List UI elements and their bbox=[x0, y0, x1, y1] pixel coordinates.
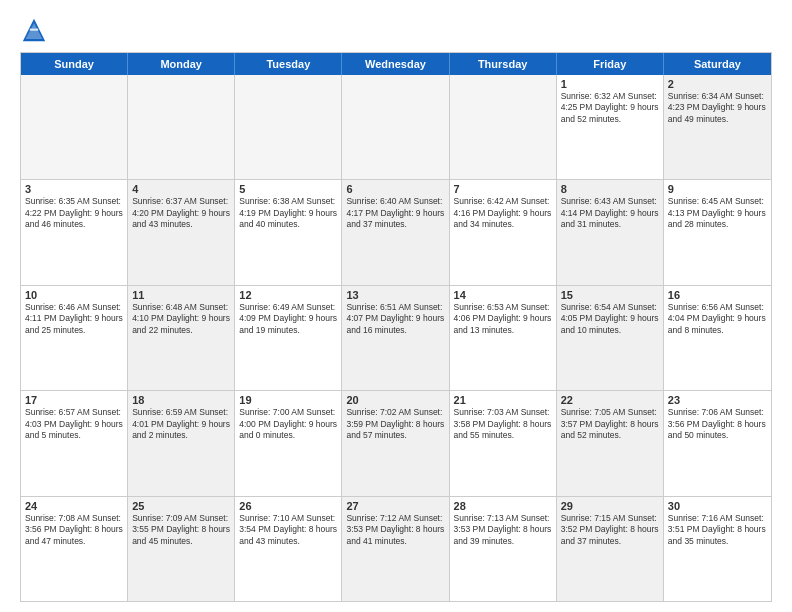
day-info: Sunrise: 7:09 AM Sunset: 3:55 PM Dayligh… bbox=[132, 513, 230, 547]
day-number: 18 bbox=[132, 394, 230, 406]
calendar-header: SundayMondayTuesdayWednesdayThursdayFrid… bbox=[21, 53, 771, 75]
day-cell-17: 17Sunrise: 6:57 AM Sunset: 4:03 PM Dayli… bbox=[21, 391, 128, 495]
day-info: Sunrise: 6:37 AM Sunset: 4:20 PM Dayligh… bbox=[132, 196, 230, 230]
day-info: Sunrise: 6:49 AM Sunset: 4:09 PM Dayligh… bbox=[239, 302, 337, 336]
day-number: 27 bbox=[346, 500, 444, 512]
day-number: 28 bbox=[454, 500, 552, 512]
day-info: Sunrise: 6:54 AM Sunset: 4:05 PM Dayligh… bbox=[561, 302, 659, 336]
day-number: 4 bbox=[132, 183, 230, 195]
day-info: Sunrise: 6:56 AM Sunset: 4:04 PM Dayligh… bbox=[668, 302, 767, 336]
calendar-row-3: 17Sunrise: 6:57 AM Sunset: 4:03 PM Dayli… bbox=[21, 391, 771, 496]
day-number: 21 bbox=[454, 394, 552, 406]
day-number: 10 bbox=[25, 289, 123, 301]
day-info: Sunrise: 6:32 AM Sunset: 4:25 PM Dayligh… bbox=[561, 91, 659, 125]
day-cell-18: 18Sunrise: 6:59 AM Sunset: 4:01 PM Dayli… bbox=[128, 391, 235, 495]
day-info: Sunrise: 7:05 AM Sunset: 3:57 PM Dayligh… bbox=[561, 407, 659, 441]
day-cell-26: 26Sunrise: 7:10 AM Sunset: 3:54 PM Dayli… bbox=[235, 497, 342, 601]
day-info: Sunrise: 7:12 AM Sunset: 3:53 PM Dayligh… bbox=[346, 513, 444, 547]
day-cell-28: 28Sunrise: 7:13 AM Sunset: 3:53 PM Dayli… bbox=[450, 497, 557, 601]
calendar-row-1: 3Sunrise: 6:35 AM Sunset: 4:22 PM Daylig… bbox=[21, 180, 771, 285]
day-number: 25 bbox=[132, 500, 230, 512]
calendar-row-4: 24Sunrise: 7:08 AM Sunset: 3:56 PM Dayli… bbox=[21, 497, 771, 601]
day-cell-29: 29Sunrise: 7:15 AM Sunset: 3:52 PM Dayli… bbox=[557, 497, 664, 601]
day-number: 23 bbox=[668, 394, 767, 406]
day-number: 14 bbox=[454, 289, 552, 301]
weekday-header-monday: Monday bbox=[128, 53, 235, 75]
day-number: 15 bbox=[561, 289, 659, 301]
calendar-row-2: 10Sunrise: 6:46 AM Sunset: 4:11 PM Dayli… bbox=[21, 286, 771, 391]
day-cell-2: 2Sunrise: 6:34 AM Sunset: 4:23 PM Daylig… bbox=[664, 75, 771, 179]
day-cell-11: 11Sunrise: 6:48 AM Sunset: 4:10 PM Dayli… bbox=[128, 286, 235, 390]
day-number: 6 bbox=[346, 183, 444, 195]
weekday-header-friday: Friday bbox=[557, 53, 664, 75]
day-number: 5 bbox=[239, 183, 337, 195]
day-info: Sunrise: 7:06 AM Sunset: 3:56 PM Dayligh… bbox=[668, 407, 767, 441]
weekday-header-saturday: Saturday bbox=[664, 53, 771, 75]
day-info: Sunrise: 7:03 AM Sunset: 3:58 PM Dayligh… bbox=[454, 407, 552, 441]
day-cell-6: 6Sunrise: 6:40 AM Sunset: 4:17 PM Daylig… bbox=[342, 180, 449, 284]
day-cell-8: 8Sunrise: 6:43 AM Sunset: 4:14 PM Daylig… bbox=[557, 180, 664, 284]
empty-cell-1 bbox=[128, 75, 235, 179]
day-info: Sunrise: 7:10 AM Sunset: 3:54 PM Dayligh… bbox=[239, 513, 337, 547]
calendar: SundayMondayTuesdayWednesdayThursdayFrid… bbox=[20, 52, 772, 602]
day-info: Sunrise: 7:00 AM Sunset: 4:00 PM Dayligh… bbox=[239, 407, 337, 441]
day-cell-21: 21Sunrise: 7:03 AM Sunset: 3:58 PM Dayli… bbox=[450, 391, 557, 495]
day-info: Sunrise: 7:16 AM Sunset: 3:51 PM Dayligh… bbox=[668, 513, 767, 547]
day-cell-7: 7Sunrise: 6:42 AM Sunset: 4:16 PM Daylig… bbox=[450, 180, 557, 284]
day-number: 11 bbox=[132, 289, 230, 301]
day-number: 30 bbox=[668, 500, 767, 512]
day-number: 13 bbox=[346, 289, 444, 301]
day-info: Sunrise: 6:48 AM Sunset: 4:10 PM Dayligh… bbox=[132, 302, 230, 336]
day-cell-13: 13Sunrise: 6:51 AM Sunset: 4:07 PM Dayli… bbox=[342, 286, 449, 390]
day-number: 7 bbox=[454, 183, 552, 195]
day-number: 1 bbox=[561, 78, 659, 90]
day-number: 29 bbox=[561, 500, 659, 512]
day-cell-1: 1Sunrise: 6:32 AM Sunset: 4:25 PM Daylig… bbox=[557, 75, 664, 179]
day-number: 22 bbox=[561, 394, 659, 406]
logo bbox=[20, 16, 52, 44]
page: SundayMondayTuesdayWednesdayThursdayFrid… bbox=[0, 0, 792, 612]
day-cell-22: 22Sunrise: 7:05 AM Sunset: 3:57 PM Dayli… bbox=[557, 391, 664, 495]
day-number: 20 bbox=[346, 394, 444, 406]
day-info: Sunrise: 6:45 AM Sunset: 4:13 PM Dayligh… bbox=[668, 196, 767, 230]
weekday-header-tuesday: Tuesday bbox=[235, 53, 342, 75]
day-cell-19: 19Sunrise: 7:00 AM Sunset: 4:00 PM Dayli… bbox=[235, 391, 342, 495]
day-number: 16 bbox=[668, 289, 767, 301]
empty-cell-0 bbox=[21, 75, 128, 179]
day-cell-30: 30Sunrise: 7:16 AM Sunset: 3:51 PM Dayli… bbox=[664, 497, 771, 601]
weekday-header-thursday: Thursday bbox=[450, 53, 557, 75]
day-info: Sunrise: 7:08 AM Sunset: 3:56 PM Dayligh… bbox=[25, 513, 123, 547]
day-cell-5: 5Sunrise: 6:38 AM Sunset: 4:19 PM Daylig… bbox=[235, 180, 342, 284]
day-cell-4: 4Sunrise: 6:37 AM Sunset: 4:20 PM Daylig… bbox=[128, 180, 235, 284]
day-info: Sunrise: 6:46 AM Sunset: 4:11 PM Dayligh… bbox=[25, 302, 123, 336]
day-cell-15: 15Sunrise: 6:54 AM Sunset: 4:05 PM Dayli… bbox=[557, 286, 664, 390]
day-info: Sunrise: 6:57 AM Sunset: 4:03 PM Dayligh… bbox=[25, 407, 123, 441]
logo-icon bbox=[20, 16, 48, 44]
day-cell-25: 25Sunrise: 7:09 AM Sunset: 3:55 PM Dayli… bbox=[128, 497, 235, 601]
day-cell-16: 16Sunrise: 6:56 AM Sunset: 4:04 PM Dayli… bbox=[664, 286, 771, 390]
day-cell-27: 27Sunrise: 7:12 AM Sunset: 3:53 PM Dayli… bbox=[342, 497, 449, 601]
calendar-row-0: 1Sunrise: 6:32 AM Sunset: 4:25 PM Daylig… bbox=[21, 75, 771, 180]
day-info: Sunrise: 6:51 AM Sunset: 4:07 PM Dayligh… bbox=[346, 302, 444, 336]
day-info: Sunrise: 6:38 AM Sunset: 4:19 PM Dayligh… bbox=[239, 196, 337, 230]
day-cell-3: 3Sunrise: 6:35 AM Sunset: 4:22 PM Daylig… bbox=[21, 180, 128, 284]
weekday-header-sunday: Sunday bbox=[21, 53, 128, 75]
day-number: 26 bbox=[239, 500, 337, 512]
day-cell-9: 9Sunrise: 6:45 AM Sunset: 4:13 PM Daylig… bbox=[664, 180, 771, 284]
day-cell-23: 23Sunrise: 7:06 AM Sunset: 3:56 PM Dayli… bbox=[664, 391, 771, 495]
day-info: Sunrise: 7:15 AM Sunset: 3:52 PM Dayligh… bbox=[561, 513, 659, 547]
day-number: 8 bbox=[561, 183, 659, 195]
day-info: Sunrise: 6:53 AM Sunset: 4:06 PM Dayligh… bbox=[454, 302, 552, 336]
day-info: Sunrise: 6:42 AM Sunset: 4:16 PM Dayligh… bbox=[454, 196, 552, 230]
day-info: Sunrise: 6:43 AM Sunset: 4:14 PM Dayligh… bbox=[561, 196, 659, 230]
empty-cell-3 bbox=[342, 75, 449, 179]
day-number: 24 bbox=[25, 500, 123, 512]
day-info: Sunrise: 7:13 AM Sunset: 3:53 PM Dayligh… bbox=[454, 513, 552, 547]
day-cell-12: 12Sunrise: 6:49 AM Sunset: 4:09 PM Dayli… bbox=[235, 286, 342, 390]
day-cell-14: 14Sunrise: 6:53 AM Sunset: 4:06 PM Dayli… bbox=[450, 286, 557, 390]
day-info: Sunrise: 6:34 AM Sunset: 4:23 PM Dayligh… bbox=[668, 91, 767, 125]
header bbox=[20, 16, 772, 44]
calendar-body: 1Sunrise: 6:32 AM Sunset: 4:25 PM Daylig… bbox=[21, 75, 771, 601]
empty-cell-4 bbox=[450, 75, 557, 179]
day-number: 12 bbox=[239, 289, 337, 301]
